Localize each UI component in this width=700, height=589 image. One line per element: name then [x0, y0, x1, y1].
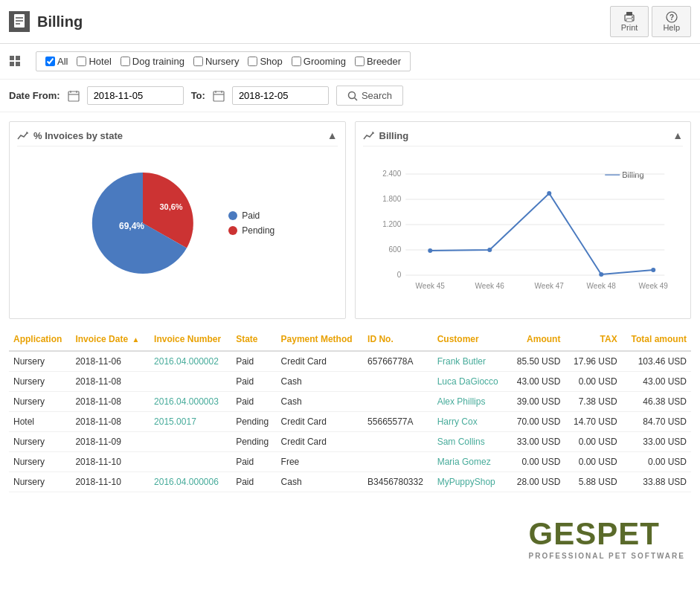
date-from-label: Date From: — [9, 90, 60, 101]
cell-amount: 43.00 USD — [508, 372, 565, 392]
svg-text:Week 45: Week 45 — [415, 282, 445, 290]
table-row: Nursery2018-11-10PaidFreeMaria Gomez0.00… — [9, 452, 691, 472]
cell-customer[interactable]: Frank Butler — [433, 351, 508, 372]
cell-customer[interactable]: MyPuppyShop — [433, 472, 508, 492]
pie-chart-box: % Invoices by state ▲ 69,4% — [9, 121, 346, 319]
cell-id-no: B3456780332 — [363, 472, 433, 492]
help-button[interactable]: ? Help — [652, 6, 691, 37]
line-chart-title: Billing — [363, 130, 409, 141]
header-left: Billing — [9, 11, 83, 32]
svg-point-51 — [599, 272, 603, 277]
grid-icon — [9, 55, 22, 68]
cell-customer[interactable]: Maria Gomez — [433, 452, 508, 472]
logo-subtitle: PROFESSIONAL PET SOFTWARE — [529, 552, 685, 560]
cell-invoice-number[interactable]: 2016.04.000006 — [150, 472, 231, 492]
svg-point-52 — [651, 268, 655, 272]
toolbar: All Hotel Dog training Nursery Shop Groo… — [0, 44, 700, 80]
cell-state: Paid — [231, 472, 276, 492]
svg-rect-12 — [10, 62, 14, 66]
checkbox-nursery[interactable]: Nursery — [193, 56, 240, 67]
pie-chart-title: % Invoices by state — [17, 130, 123, 141]
cell-invoice-date: 2018-11-08 — [71, 392, 150, 412]
svg-point-50 — [547, 191, 551, 196]
table-row: Nursery2018-11-082016.04.000003PaidCashA… — [9, 392, 691, 412]
charts-section: % Invoices by state ▲ 69,4% — [0, 112, 700, 328]
cell-customer[interactable]: Harry Cox — [433, 412, 508, 432]
search-button[interactable]: Search — [336, 86, 403, 106]
col-state[interactable]: State — [231, 328, 276, 351]
col-tax[interactable]: TAX — [565, 328, 621, 351]
legend-paid: Paid — [228, 210, 274, 221]
svg-text:1.800: 1.800 — [382, 195, 401, 203]
cell-id-no: 65766778A — [363, 351, 433, 372]
search-icon — [347, 91, 358, 101]
line-chart-box: Billing ▲ Billing 2.400 1.800 1.200 600 … — [355, 121, 692, 319]
cell-payment-method: Credit Card — [277, 412, 364, 432]
cell-invoice-date: 2018-11-10 — [71, 472, 150, 492]
date-to-input[interactable] — [232, 86, 329, 105]
billing-icon — [9, 11, 30, 32]
cell-invoice-number[interactable]: 2015.0017 — [150, 412, 231, 432]
cell-invoice-number[interactable]: 2016.04.000002 — [150, 351, 231, 372]
col-invoice-date[interactable]: Invoice Date ▲ — [71, 328, 150, 351]
col-total[interactable]: Total amount — [622, 328, 691, 351]
col-customer[interactable]: Customer — [433, 328, 508, 351]
cell-id-no — [363, 432, 433, 452]
svg-text:Week 47: Week 47 — [534, 282, 564, 290]
col-application[interactable]: Application — [9, 328, 71, 351]
pie-chart-area: 69,4% 30,6% Paid Pending — [17, 152, 338, 294]
cell-total: 0.00 USD — [622, 452, 691, 472]
cell-invoice-date: 2018-11-10 — [71, 452, 150, 472]
svg-point-22 — [348, 91, 355, 98]
col-invoice-number[interactable]: Invoice Number — [150, 328, 231, 351]
table-body: Nursery2018-11-062016.04.000002PaidCredi… — [9, 351, 691, 492]
calendar-to-icon — [213, 90, 225, 102]
svg-text:0: 0 — [396, 271, 401, 279]
page-title: Billing — [37, 13, 83, 30]
logo: GESPET — [529, 516, 685, 552]
checkbox-grooming[interactable]: Grooming — [292, 56, 346, 67]
pending-dot — [228, 226, 237, 235]
footer: GESPET PROFESSIONAL PET SOFTWARE — [0, 501, 700, 567]
pie-chart-collapse[interactable]: ▲ — [327, 129, 338, 141]
col-amount[interactable]: Amount — [508, 328, 565, 351]
col-payment-method[interactable]: Payment Method — [277, 328, 364, 351]
cell-state: Paid — [231, 392, 276, 412]
cell-total: 103.46 USD — [622, 351, 691, 372]
col-id-no[interactable]: ID No. — [363, 328, 433, 351]
checkbox-hotel[interactable]: Hotel — [77, 56, 111, 67]
svg-rect-11 — [16, 56, 20, 60]
print-button[interactable]: Print — [610, 6, 649, 37]
sort-arrow: ▲ — [132, 335, 139, 344]
pie-chart-header: % Invoices by state ▲ — [17, 129, 338, 147]
date-from-input[interactable] — [87, 86, 184, 105]
cell-invoice-date: 2018-11-06 — [71, 351, 150, 372]
line-chart-collapse[interactable]: ▲ — [672, 129, 683, 141]
header-actions: Print ? Help — [610, 6, 691, 37]
checkbox-dogtraining[interactable]: Dog training — [121, 56, 184, 67]
cell-state: Pending — [231, 412, 276, 432]
logo-text: GESPET — [529, 516, 660, 552]
cell-total: 84.70 USD — [622, 412, 691, 432]
cell-customer[interactable]: Alex Phillips — [433, 392, 508, 412]
cell-tax: 17.96 USD — [565, 351, 621, 372]
svg-text:30,6%: 30,6% — [160, 202, 183, 211]
checkbox-breeder[interactable]: Breeder — [355, 56, 401, 67]
cell-invoice-number[interactable]: 2016.04.000003 — [150, 392, 231, 412]
checkbox-all[interactable]: All — [45, 56, 68, 67]
table-row: Nursery2018-11-062016.04.000002PaidCredi… — [9, 351, 691, 372]
cell-application: Nursery — [9, 452, 71, 472]
cell-invoice-number — [150, 452, 231, 472]
svg-rect-5 — [626, 12, 632, 16]
svg-line-23 — [354, 97, 357, 100]
date-to-label: To: — [191, 90, 205, 101]
cell-total: 33.88 USD — [622, 472, 691, 492]
cell-payment-method: Cash — [277, 472, 364, 492]
checkbox-shop[interactable]: Shop — [248, 56, 282, 67]
cell-customer[interactable]: Luca DaGiocco — [433, 372, 508, 392]
cell-customer[interactable]: Sam Collins — [433, 432, 508, 452]
cell-payment-method: Cash — [277, 372, 364, 392]
print-icon — [623, 11, 635, 23]
cell-tax: 0.00 USD — [565, 452, 621, 472]
grid-icon-btn[interactable] — [9, 55, 22, 68]
